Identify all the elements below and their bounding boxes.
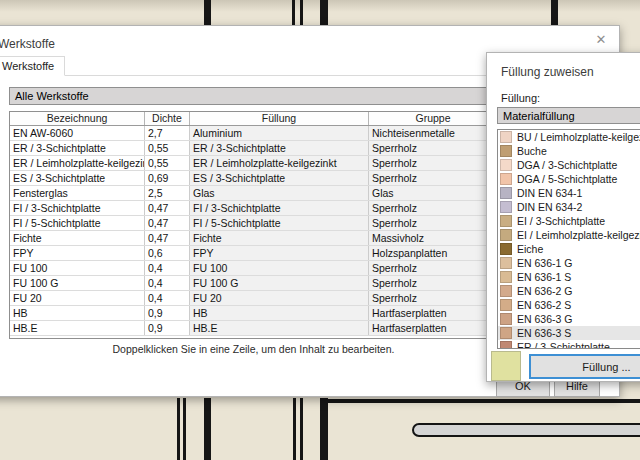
fill-list-item[interactable]: DGA / 5-Schichtplatte <box>498 172 640 186</box>
fill-button[interactable]: Füllung ... <box>529 354 640 379</box>
table-cell: 0,47 <box>145 216 190 230</box>
table-row[interactable]: ES / 3-Schichtplatte0,69ES / 3-Schichtpl… <box>10 171 497 186</box>
screen: Werkstoffe ✕ Werkstoffe Alle Werkstoffe … <box>0 0 640 460</box>
table-cell: 0,47 <box>145 201 190 215</box>
table-cell: FI / 5-Schichtplatte <box>10 216 145 230</box>
close-icon[interactable]: ✕ <box>591 31 611 49</box>
fill-list: BU / Leimholzplatte-keilgezinktBucheDGA … <box>497 129 640 349</box>
table-row[interactable]: ER / Leimholzplatte-keilgezinkt0,55ER / … <box>10 156 497 171</box>
fill-list-item[interactable]: BU / Leimholzplatte-keilgezinkt <box>498 130 640 144</box>
table-row[interactable]: Fichte0,47FichteMassivholz <box>10 231 497 246</box>
table-row[interactable]: HB.E0,9HB.EHartfaserplatten <box>10 321 497 336</box>
fill-list-item[interactable]: EN 636-1 S <box>498 270 640 284</box>
fill-item-label: DIN EN 634-2 <box>517 201 582 213</box>
fill-list-item[interactable]: DGA / 3-Schichtplatte <box>498 158 640 172</box>
table-row[interactable]: FU 200,4FU 20Sperrholz <box>10 291 497 306</box>
table-cell: Sperrholz <box>369 201 497 215</box>
column-header-gruppe[interactable]: Gruppe <box>369 112 497 125</box>
materials-filter-value: Alle Werkstoffe <box>15 90 89 102</box>
drawing-line <box>293 398 296 460</box>
table-cell: HB.E <box>190 321 369 335</box>
table-cell: FI / 5-Schichtplatte <box>190 216 369 230</box>
table-cell: Massivholz <box>369 231 497 245</box>
drawer-handle <box>412 423 640 437</box>
color-swatch <box>500 271 512 283</box>
fill-list-item[interactable]: EN 636-1 G <box>498 256 640 270</box>
table-cell: FPY <box>190 246 369 260</box>
fill-list-item[interactable]: Buche <box>498 144 640 158</box>
materials-dialog-titlebar[interactable]: Werkstoffe ✕ <box>0 26 619 54</box>
color-swatch <box>500 285 512 297</box>
drawing-line <box>204 398 211 460</box>
fill-list-item[interactable]: ER / 3-Schichtplatte <box>498 340 640 349</box>
assign-dialog-title: Füllung zuweisen <box>501 65 594 79</box>
table-cell: FU 100 <box>190 261 369 275</box>
table-cell: FU 100 G <box>10 276 145 290</box>
table-cell: 0,9 <box>145 306 190 320</box>
table-cell: Nichteisenmetalle <box>369 126 497 140</box>
color-swatch <box>500 341 512 349</box>
materials-dialog-title: Werkstoffe <box>0 37 55 51</box>
table-row[interactable]: FU 1000,4FU 100Sperrholz <box>10 261 497 276</box>
color-swatch <box>500 159 512 171</box>
table-row[interactable]: FPY0,6FPYHolzspanplatten <box>10 246 497 261</box>
table-row[interactable]: EN AW-60602,7AluminiumNichteisenmetalle <box>10 126 497 141</box>
table-cell: ES / 3-Schichtplatte <box>10 171 145 185</box>
drawing-line <box>177 398 180 460</box>
table-hint: Doppelklicken Sie in eine Zeile, um den … <box>9 343 498 355</box>
fill-list-item[interactable]: DIN EN 634-2 <box>498 200 640 214</box>
table-cell: 0,55 <box>145 141 190 155</box>
column-header-bezeichnung[interactable]: Bezeichnung <box>10 112 145 125</box>
color-swatch <box>500 229 512 241</box>
color-swatch <box>500 257 512 269</box>
column-header-dichte[interactable]: Dichte <box>145 112 190 125</box>
table-cell: Fichte <box>10 231 145 245</box>
fill-list-item[interactable]: EN 636-2 G <box>498 284 640 298</box>
fill-type-select[interactable]: Materialfüllung <box>497 107 640 124</box>
fill-item-label: EN 636-3 G <box>517 313 572 325</box>
table-cell: HB <box>10 306 145 320</box>
fill-list-item[interactable]: Eiche <box>498 242 640 256</box>
fill-item-label: EN 636-1 S <box>517 271 571 283</box>
table-cell: ER / Leimholzplatte-keilgezinkt <box>10 156 145 170</box>
color-swatch <box>500 201 512 213</box>
color-swatch <box>500 327 512 339</box>
table-cell: Sperrholz <box>369 141 497 155</box>
color-swatch <box>500 145 512 157</box>
color-swatch <box>500 299 512 311</box>
tab-werkstoffe[interactable]: Werkstoffe <box>0 56 65 76</box>
column-header-fuellung[interactable]: Füllung <box>190 112 369 125</box>
fill-field-label: Füllung: <box>501 92 540 104</box>
table-cell: FPY <box>10 246 145 260</box>
table-cell: FU 20 <box>190 291 369 305</box>
fill-item-label: DGA / 3-Schichtplatte <box>517 159 617 171</box>
table-row[interactable]: Fensterglas2,5GlasGlas <box>10 186 497 201</box>
fill-list-item[interactable]: EI / 3-Schichtplatte <box>498 214 640 228</box>
fill-list-item[interactable]: EI / Leimholzplatte-keilgezinkt <box>498 228 640 242</box>
table-cell: Sperrholz <box>369 156 497 170</box>
drawing-line <box>292 0 295 25</box>
table-cell: 0,47 <box>145 231 190 245</box>
materials-table: Bezeichnung Dichte Füllung Gruppe EN AW-… <box>9 111 498 339</box>
table-row[interactable]: FU 100 G0,4FU 100 GSperrholz <box>10 276 497 291</box>
assign-fill-dialog: Füllung zuweisen Füllung: Materialfüllun… <box>486 52 640 382</box>
table-cell: HB <box>190 306 369 320</box>
fill-item-label: EI / 3-Schichtplatte <box>517 215 605 227</box>
fill-list-item[interactable]: EN 636-3 G <box>498 312 640 326</box>
table-row[interactable]: FI / 3-Schichtplatte0,47FI / 3-Schichtpl… <box>10 201 497 216</box>
table-row[interactable]: ER / 3-Schichtplatte0,55ER / 3-Schichtpl… <box>10 141 497 156</box>
fill-list-item[interactable]: DIN EN 634-1 <box>498 186 640 200</box>
fill-item-label: EN 636-2 G <box>517 285 572 297</box>
fill-item-label: DGA / 5-Schichtplatte <box>517 173 617 185</box>
fill-list-item[interactable]: EN 636-3 S <box>498 326 640 340</box>
assign-dialog-titlebar[interactable]: Füllung zuweisen <box>487 53 640 81</box>
table-cell: FI / 3-Schichtplatte <box>190 201 369 215</box>
fill-item-label: Buche <box>517 145 547 157</box>
fill-list-item[interactable]: EN 636-2 S <box>498 298 640 312</box>
color-swatch <box>500 173 512 185</box>
fill-item-label: EN 636-2 S <box>517 299 571 311</box>
table-row[interactable]: FI / 5-Schichtplatte0,47FI / 5-Schichtpl… <box>10 216 497 231</box>
tab-label: Werkstoffe <box>2 60 54 72</box>
table-cell: ER / 3-Schichtplatte <box>10 141 145 155</box>
table-row[interactable]: HB0,9HBHartfaserplatten <box>10 306 497 321</box>
